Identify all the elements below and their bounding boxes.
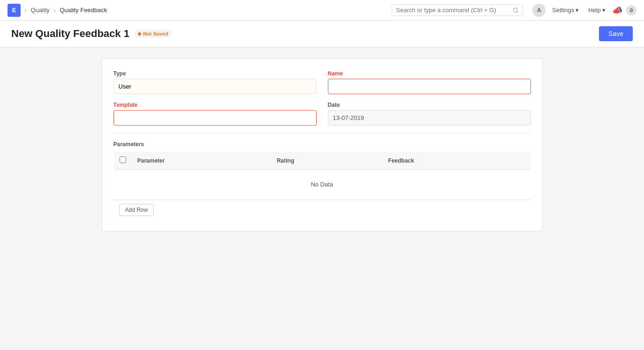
type-label: Type <box>114 70 317 77</box>
breadcrumb-quality-feedback[interactable]: Quality Feedback <box>60 7 107 14</box>
template-label: Template <box>114 102 317 108</box>
date-group: Date <box>328 102 531 126</box>
date-label: Date <box>328 102 531 108</box>
page-header: New Quality Feedback 1 Not Saved Save <box>0 21 644 47</box>
svg-point-0 <box>514 8 518 12</box>
svg-line-1 <box>517 11 518 12</box>
search-icon <box>513 7 519 14</box>
name-input[interactable] <box>328 79 531 94</box>
page-title-area: New Quality Feedback 1 Not Saved <box>11 28 172 40</box>
name-group: Name <box>328 70 531 94</box>
parameters-table: Parameter Rating Feedback No Data <box>114 151 531 200</box>
action-column-header <box>494 152 530 170</box>
help-button[interactable]: Help ▾ <box>585 5 608 15</box>
search-input[interactable] <box>396 7 510 14</box>
type-group: Type <box>114 70 317 94</box>
status-label: Not Saved <box>143 31 168 37</box>
checkbox-header <box>114 152 132 170</box>
parameter-column-header: Parameter <box>132 152 271 170</box>
section-divider <box>114 133 531 134</box>
notification-badge[interactable]: 0 <box>626 5 636 15</box>
settings-button[interactable]: Settings ▾ <box>549 5 582 15</box>
navbar-right: A Settings ▾ Help ▾ 📣 0 <box>532 4 636 17</box>
feedback-column-header: Feedback <box>383 152 495 170</box>
page-title: New Quality Feedback 1 <box>11 28 129 40</box>
breadcrumb-separator-1: › <box>24 6 27 15</box>
announcement-icon[interactable]: 📣 <box>612 5 622 15</box>
save-button[interactable]: Save <box>599 26 633 41</box>
form-card: Type Name Template Date Parameters <box>102 59 543 231</box>
breadcrumb-separator-2: › <box>53 6 56 15</box>
parameters-label: Parameters <box>114 141 531 148</box>
table-header-row: Parameter Rating Feedback <box>114 152 530 170</box>
main-content: Type Name Template Date Parameters <box>0 47 644 350</box>
template-group: Template <box>114 102 317 126</box>
type-input[interactable] <box>114 79 317 94</box>
parameters-section: Parameters Parameter Rating Feedback <box>114 141 531 220</box>
form-row-1: Type Name <box>114 70 531 94</box>
status-badge: Not Saved <box>134 30 172 38</box>
select-all-checkbox[interactable] <box>120 156 126 163</box>
add-row-area: Add Row <box>114 200 531 220</box>
form-row-2: Template Date <box>114 102 531 126</box>
status-dot <box>138 32 141 36</box>
brand-logo[interactable]: E <box>8 4 21 17</box>
no-data-cell: No Data <box>114 170 530 200</box>
search-bar[interactable] <box>392 4 523 16</box>
avatar[interactable]: A <box>532 4 546 17</box>
name-label: Name <box>328 70 531 77</box>
breadcrumb-quality[interactable]: Quality <box>30 7 49 14</box>
template-input[interactable] <box>114 110 317 126</box>
navbar: E › Quality › Quality Feedback A Setting… <box>0 0 644 21</box>
rating-column-header: Rating <box>271 152 383 170</box>
date-input[interactable] <box>328 110 531 126</box>
no-data-row: No Data <box>114 170 530 200</box>
add-row-button[interactable]: Add Row <box>119 204 154 216</box>
